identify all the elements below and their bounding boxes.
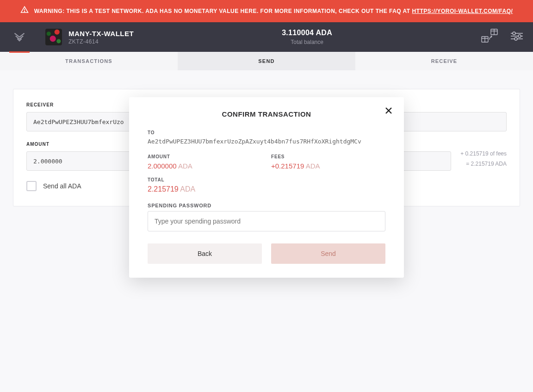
modal-total-currency: ADA [180,185,195,193]
back-button[interactable]: Back [148,243,262,264]
modal-total-value: 2.215719 [148,185,179,193]
to-label: TO [148,130,385,135]
spending-password-input[interactable] [148,211,385,231]
confirm-transaction-modal: CONFIRM TRANSACTION TO Ae2tdPwUPEZ3HUU7b… [129,97,404,278]
modal-title: CONFIRM TRANSACTION [143,110,390,118]
close-icon[interactable] [384,106,393,117]
to-address: Ae2tdPwUPEZ3HUU7bmfexrUzoZpAZxuyt4b4bn7f… [148,138,385,145]
modal-fees-currency: ADA [306,162,320,170]
modal-fees-label: FEES [271,154,385,159]
send-button[interactable]: Send [271,243,385,264]
modal-total-label: TOTAL [148,177,385,182]
modal-backdrop: CONFIRM TRANSACTION TO Ae2tdPwUPEZ3HUU7b… [0,0,533,392]
modal-amount-currency: ADA [178,162,192,170]
modal-amount-label: AMOUNT [148,154,262,159]
modal-amount-value: 2.000000 [148,162,177,170]
modal-fees-value: +0.215719 [271,162,304,170]
spending-password-label: SPENDING PASSWORD [148,203,385,208]
